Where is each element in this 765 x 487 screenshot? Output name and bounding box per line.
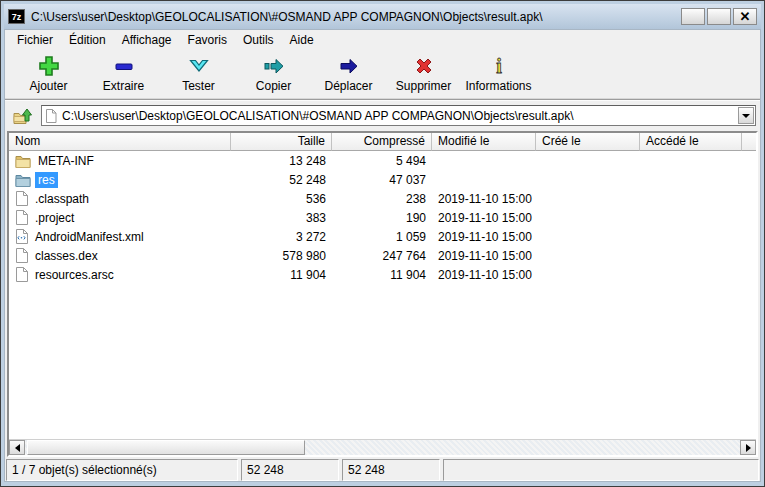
move-icon <box>337 54 361 78</box>
file-list-pane: NomTailleCompresséModifié leCréé leAccéd… <box>7 131 758 457</box>
copy-icon <box>262 54 286 78</box>
menu-item-edition[interactable]: Édition <box>61 31 114 49</box>
file-packed-cell: 190 <box>332 211 432 225</box>
file-name-label: AndroidManifest.xml <box>32 229 147 245</box>
xml-file-icon <box>15 229 28 244</box>
arrow-left-icon <box>15 444 20 452</box>
toolbar-button-label: Extraire <box>103 79 144 93</box>
column-header-compresse[interactable]: Compressé <box>332 133 432 151</box>
menu-item-favoris[interactable]: Favoris <box>180 31 235 49</box>
folder-yellow-icon <box>15 154 31 168</box>
file-icon <box>15 267 28 282</box>
menu-item-fichier[interactable]: Fichier <box>9 31 61 49</box>
menu-item-affichage[interactable]: Affichage <box>114 31 180 49</box>
info-icon: i <box>487 54 511 78</box>
title-bar[interactable]: 7z C:\Users\user\Desktop\GEOLOCALISATION… <box>4 4 761 29</box>
file-row[interactable]: AndroidManifest.xml3 2721 0592019-11-10 … <box>9 227 756 246</box>
column-header-cree-le[interactable]: Créé le <box>536 133 640 151</box>
address-dropdown-button[interactable] <box>738 107 754 124</box>
file-packed-cell: 1 059 <box>332 230 432 244</box>
file-modified-cell: 2019-11-10 15:00 <box>432 192 536 206</box>
scrollbar-track[interactable] <box>25 440 740 455</box>
file-packed-cell: 247 764 <box>332 249 432 263</box>
file-name-label: res <box>35 172 58 188</box>
menu-item-outils[interactable]: Outils <box>235 31 282 49</box>
toolbar-button-supprimer[interactable]: Supprimer <box>386 52 461 97</box>
toolbar-button-label: Déplacer <box>324 79 372 93</box>
file-name-label: .classpath <box>32 191 92 207</box>
file-name-cell: AndroidManifest.xml <box>9 229 231 245</box>
scrollbar-thumb[interactable] <box>27 440 305 455</box>
extract-icon <box>112 54 136 78</box>
menu-item-aide[interactable]: Aide <box>282 31 322 49</box>
toolbar: AjouterExtraireTesterCopierDéplacerSuppr… <box>5 50 760 99</box>
file-list[interactable]: META-INF13 2485 494res52 24847 037.class… <box>9 151 756 439</box>
file-size-cell: 52 248 <box>231 173 332 187</box>
file-row[interactable]: res52 24847 037 <box>9 170 756 189</box>
status-bar: 1 / 7 objet(s) sélectionné(s)52 24852 24… <box>5 459 760 481</box>
file-name-cell: .project <box>9 210 231 226</box>
window-controls: ✕ <box>681 8 757 25</box>
file-modified-cell: 2019-11-10 15:00 <box>432 211 536 225</box>
file-size-cell: 536 <box>231 192 332 206</box>
status-panel-3: 52 248 <box>342 459 440 481</box>
toolbar-button-label: Ajouter <box>29 79 67 93</box>
address-bar: C:\Users\user\Desktop\GEOLOCALISATION\#O… <box>5 101 760 130</box>
horizontal-scrollbar[interactable] <box>9 439 756 455</box>
chevron-down-icon <box>742 114 750 118</box>
file-size-cell: 13 248 <box>231 154 332 168</box>
file-modified-cell: 2019-11-10 15:00 <box>432 249 536 263</box>
column-header-filler[interactable] <box>742 133 756 151</box>
app-window: 7z C:\Users\user\Desktop\GEOLOCALISATION… <box>0 0 765 487</box>
file-packed-cell: 5 494 <box>332 154 432 168</box>
toolbar-button-informations[interactable]: iInformations <box>461 52 536 97</box>
file-size-cell: 578 980 <box>231 249 332 263</box>
close-button[interactable]: ✕ <box>733 8 757 25</box>
test-icon <box>187 54 211 78</box>
file-name-label: classes.dex <box>32 248 101 264</box>
parent-folder-button[interactable] <box>11 104 35 127</box>
address-path[interactable]: C:\Users\user\Desktop\GEOLOCALISATION\#O… <box>62 109 733 123</box>
file-name-label: .project <box>32 210 77 226</box>
svg-text:i: i <box>496 55 502 77</box>
minimize-button[interactable] <box>681 8 705 25</box>
file-name-cell: resources.arsc <box>9 267 231 283</box>
file-modified-cell: 2019-11-10 15:00 <box>432 230 536 244</box>
toolbar-button-deplacer[interactable]: Déplacer <box>311 52 386 97</box>
app-icon: 7z <box>8 9 25 24</box>
maximize-button[interactable] <box>707 8 731 25</box>
menu-bar: FichierÉditionAffichageFavorisOutilsAide <box>5 30 760 50</box>
file-size-cell: 11 904 <box>231 268 332 282</box>
toolbar-button-copier[interactable]: Copier <box>236 52 311 97</box>
scroll-left-button[interactable] <box>9 440 25 455</box>
file-name-label: META-INF <box>35 153 97 169</box>
file-row[interactable]: resources.arsc11 90411 9042019-11-10 15:… <box>9 265 756 284</box>
toolbar-button-ajouter[interactable]: Ajouter <box>11 52 86 97</box>
scroll-right-button[interactable] <box>740 440 756 455</box>
file-row[interactable]: classes.dex578 980247 7642019-11-10 15:0… <box>9 246 756 265</box>
toolbar-button-label: Copier <box>256 79 291 93</box>
delete-icon <box>412 54 436 78</box>
file-row[interactable]: .classpath5362382019-11-10 15:00 <box>9 189 756 208</box>
arrow-right-icon <box>746 444 751 452</box>
parent-folder-icon <box>13 107 33 125</box>
column-header-accede-le[interactable]: Accédé le <box>640 133 742 151</box>
file-row[interactable]: .project3831902019-11-10 15:00 <box>9 208 756 227</box>
file-row[interactable]: META-INF13 2485 494 <box>9 151 756 170</box>
file-name-cell: classes.dex <box>9 248 231 264</box>
status-panel-1: 1 / 7 objet(s) sélectionné(s) <box>6 459 238 481</box>
file-icon <box>15 191 28 206</box>
column-header-row: NomTailleCompresséModifié leCréé leAccéd… <box>9 133 756 151</box>
column-header-nom[interactable]: Nom <box>9 133 231 151</box>
column-header-modifie-le[interactable]: Modifié le <box>432 133 536 151</box>
file-packed-cell: 11 904 <box>332 268 432 282</box>
file-packed-cell: 238 <box>332 192 432 206</box>
status-panel-4 <box>443 459 759 481</box>
address-combobox[interactable]: C:\Users\user\Desktop\GEOLOCALISATION\#O… <box>41 105 756 126</box>
add-icon <box>37 54 61 78</box>
toolbar-button-tester[interactable]: Tester <box>161 52 236 97</box>
toolbar-button-label: Supprimer <box>396 79 451 93</box>
toolbar-button-extraire[interactable]: Extraire <box>86 52 161 97</box>
file-icon <box>15 248 28 263</box>
column-header-taille[interactable]: Taille <box>231 133 332 151</box>
